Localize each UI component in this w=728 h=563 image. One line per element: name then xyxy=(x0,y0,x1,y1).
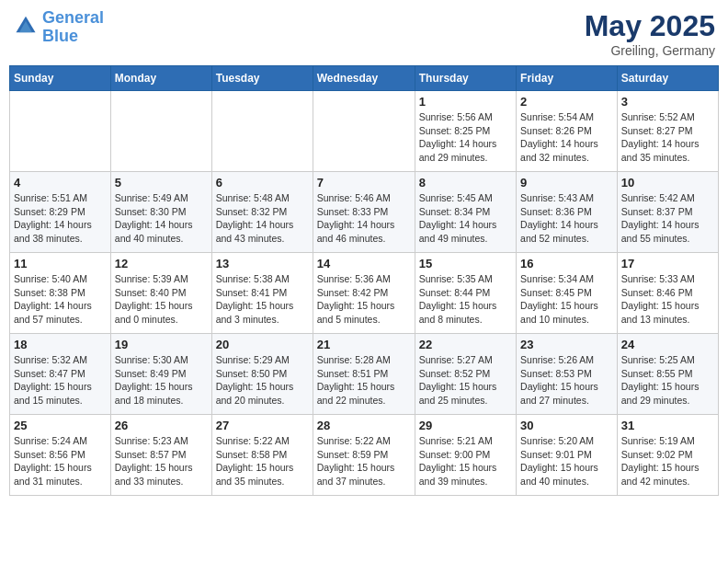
location-subtitle: Greiling, Germany xyxy=(585,43,715,58)
title-area: May 2025 Greiling, Germany xyxy=(585,9,715,58)
table-row: 12Sunrise: 5:39 AMSunset: 8:40 PMDayligh… xyxy=(110,253,211,334)
day-info: Sunrise: 5:22 AMSunset: 8:59 PMDaylight:… xyxy=(317,434,411,488)
day-number: 1 xyxy=(419,95,512,109)
day-info: Sunrise: 5:25 AMSunset: 8:55 PMDaylight:… xyxy=(621,353,714,408)
day-number: 27 xyxy=(216,419,309,432)
table-row: 16Sunrise: 5:34 AMSunset: 8:45 PMDayligh… xyxy=(517,253,618,334)
day-info: Sunrise: 5:46 AMSunset: 8:33 PMDaylight:… xyxy=(317,191,411,246)
week-row-2: 4Sunrise: 5:51 AMSunset: 8:29 PMDaylight… xyxy=(10,172,719,253)
table-row: 29Sunrise: 5:21 AMSunset: 9:00 PMDayligh… xyxy=(415,415,516,496)
day-info: Sunrise: 5:51 AMSunset: 8:29 PMDaylight:… xyxy=(14,191,107,246)
calendar-body: 1Sunrise: 5:56 AMSunset: 8:25 PMDaylight… xyxy=(10,91,719,496)
day-number: 26 xyxy=(115,419,208,432)
col-monday: Monday xyxy=(110,66,211,91)
day-info: Sunrise: 5:36 AMSunset: 8:42 PMDaylight:… xyxy=(317,272,411,327)
day-number: 12 xyxy=(115,257,208,270)
table-row xyxy=(10,91,111,172)
logo: General Blue xyxy=(13,9,104,46)
day-info: Sunrise: 5:40 AMSunset: 8:38 PMDaylight:… xyxy=(14,272,107,327)
day-number: 13 xyxy=(216,257,309,270)
day-info: Sunrise: 5:23 AMSunset: 8:57 PMDaylight:… xyxy=(115,434,208,488)
table-row: 22Sunrise: 5:27 AMSunset: 8:52 PMDayligh… xyxy=(415,334,516,415)
day-info: Sunrise: 5:42 AMSunset: 8:37 PMDaylight:… xyxy=(621,191,714,246)
day-number: 3 xyxy=(621,95,714,109)
table-row: 23Sunrise: 5:26 AMSunset: 8:53 PMDayligh… xyxy=(517,334,618,415)
day-number: 30 xyxy=(520,419,613,432)
table-row: 14Sunrise: 5:36 AMSunset: 8:42 PMDayligh… xyxy=(313,253,415,334)
day-info: Sunrise: 5:24 AMSunset: 8:56 PMDaylight:… xyxy=(14,434,107,488)
day-info: Sunrise: 5:28 AMSunset: 8:51 PMDaylight:… xyxy=(317,353,411,408)
table-row: 18Sunrise: 5:32 AMSunset: 8:47 PMDayligh… xyxy=(10,334,111,415)
table-row: 10Sunrise: 5:42 AMSunset: 8:37 PMDayligh… xyxy=(617,172,718,253)
table-row: 17Sunrise: 5:33 AMSunset: 8:46 PMDayligh… xyxy=(617,253,718,334)
calendar-table: Sunday Monday Tuesday Wednesday Thursday… xyxy=(9,65,719,496)
day-number: 22 xyxy=(419,338,512,351)
table-row: 26Sunrise: 5:23 AMSunset: 8:57 PMDayligh… xyxy=(110,415,211,496)
logo-icon xyxy=(13,15,39,40)
day-info: Sunrise: 5:52 AMSunset: 8:27 PMDaylight:… xyxy=(621,110,714,165)
day-number: 10 xyxy=(621,176,714,190)
day-info: Sunrise: 5:35 AMSunset: 8:44 PMDaylight:… xyxy=(419,272,512,327)
table-row: 25Sunrise: 5:24 AMSunset: 8:56 PMDayligh… xyxy=(10,415,111,496)
day-info: Sunrise: 5:21 AMSunset: 9:00 PMDaylight:… xyxy=(419,434,512,488)
day-info: Sunrise: 5:29 AMSunset: 8:50 PMDaylight:… xyxy=(216,353,309,408)
week-row-5: 25Sunrise: 5:24 AMSunset: 8:56 PMDayligh… xyxy=(10,415,719,496)
col-friday: Friday xyxy=(517,66,618,91)
day-info: Sunrise: 5:27 AMSunset: 8:52 PMDaylight:… xyxy=(419,353,512,408)
day-number: 23 xyxy=(520,338,613,351)
day-number: 6 xyxy=(216,176,309,190)
month-title: May 2025 xyxy=(585,9,715,43)
table-row: 21Sunrise: 5:28 AMSunset: 8:51 PMDayligh… xyxy=(313,334,415,415)
table-row: 19Sunrise: 5:30 AMSunset: 8:49 PMDayligh… xyxy=(110,334,211,415)
table-row: 31Sunrise: 5:19 AMSunset: 9:02 PMDayligh… xyxy=(617,415,718,496)
day-number: 15 xyxy=(419,257,512,270)
table-row: 4Sunrise: 5:51 AMSunset: 8:29 PMDaylight… xyxy=(10,172,111,253)
day-number: 4 xyxy=(14,176,107,190)
day-number: 19 xyxy=(115,338,208,351)
col-saturday: Saturday xyxy=(617,66,718,91)
col-wednesday: Wednesday xyxy=(313,66,415,91)
day-info: Sunrise: 5:49 AMSunset: 8:30 PMDaylight:… xyxy=(115,191,208,246)
day-number: 9 xyxy=(520,176,613,190)
table-row xyxy=(313,91,415,172)
table-row xyxy=(211,91,313,172)
day-number: 31 xyxy=(621,419,714,432)
day-info: Sunrise: 5:19 AMSunset: 9:02 PMDaylight:… xyxy=(621,434,714,488)
day-info: Sunrise: 5:20 AMSunset: 9:01 PMDaylight:… xyxy=(520,434,613,488)
week-row-4: 18Sunrise: 5:32 AMSunset: 8:47 PMDayligh… xyxy=(10,334,719,415)
day-info: Sunrise: 5:56 AMSunset: 8:25 PMDaylight:… xyxy=(419,110,512,165)
table-row: 3Sunrise: 5:52 AMSunset: 8:27 PMDaylight… xyxy=(617,91,718,172)
table-row: 1Sunrise: 5:56 AMSunset: 8:25 PMDaylight… xyxy=(415,91,516,172)
day-info: Sunrise: 5:22 AMSunset: 8:58 PMDaylight:… xyxy=(216,434,309,488)
day-number: 14 xyxy=(317,257,411,270)
table-row xyxy=(110,91,211,172)
week-row-1: 1Sunrise: 5:56 AMSunset: 8:25 PMDaylight… xyxy=(10,91,719,172)
day-number: 21 xyxy=(317,338,411,351)
day-info: Sunrise: 5:30 AMSunset: 8:49 PMDaylight:… xyxy=(115,353,208,408)
day-info: Sunrise: 5:45 AMSunset: 8:34 PMDaylight:… xyxy=(419,191,512,246)
day-number: 24 xyxy=(621,338,714,351)
day-number: 25 xyxy=(14,419,107,432)
table-row: 2Sunrise: 5:54 AMSunset: 8:26 PMDaylight… xyxy=(517,91,618,172)
day-number: 29 xyxy=(419,419,512,432)
table-row: 27Sunrise: 5:22 AMSunset: 8:58 PMDayligh… xyxy=(211,415,313,496)
col-thursday: Thursday xyxy=(415,66,516,91)
day-info: Sunrise: 5:38 AMSunset: 8:41 PMDaylight:… xyxy=(216,272,309,327)
table-row: 11Sunrise: 5:40 AMSunset: 8:38 PMDayligh… xyxy=(10,253,111,334)
table-row: 7Sunrise: 5:46 AMSunset: 8:33 PMDaylight… xyxy=(313,172,415,253)
logo-text: General Blue xyxy=(42,9,104,46)
col-sunday: Sunday xyxy=(10,66,111,91)
table-row: 8Sunrise: 5:45 AMSunset: 8:34 PMDaylight… xyxy=(415,172,516,253)
day-number: 2 xyxy=(520,95,613,109)
day-number: 17 xyxy=(621,257,714,270)
day-number: 5 xyxy=(115,176,208,190)
table-row: 15Sunrise: 5:35 AMSunset: 8:44 PMDayligh… xyxy=(415,253,516,334)
table-row: 6Sunrise: 5:48 AMSunset: 8:32 PMDaylight… xyxy=(211,172,313,253)
day-info: Sunrise: 5:26 AMSunset: 8:53 PMDaylight:… xyxy=(520,353,613,408)
table-row: 28Sunrise: 5:22 AMSunset: 8:59 PMDayligh… xyxy=(313,415,415,496)
day-number: 11 xyxy=(14,257,107,270)
table-row: 9Sunrise: 5:43 AMSunset: 8:36 PMDaylight… xyxy=(517,172,618,253)
calendar-header: Sunday Monday Tuesday Wednesday Thursday… xyxy=(10,66,719,91)
header-row: Sunday Monday Tuesday Wednesday Thursday… xyxy=(10,66,719,91)
week-row-3: 11Sunrise: 5:40 AMSunset: 8:38 PMDayligh… xyxy=(10,253,719,334)
